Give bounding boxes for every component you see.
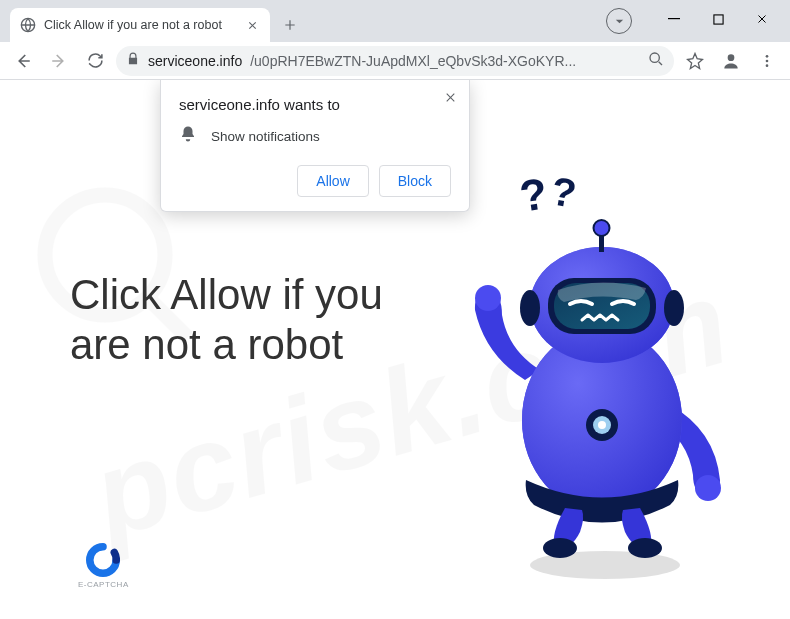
tab-title: Click Allow if you are not a robot bbox=[44, 18, 236, 32]
svg-point-16 bbox=[598, 421, 606, 429]
window-titlebar: Click Allow if you are not a robot bbox=[0, 0, 790, 42]
e-captcha-label: E-CAPTCHA bbox=[78, 580, 129, 589]
close-tab-button[interactable] bbox=[244, 17, 260, 33]
notification-permission-dialog: serviceone.info wants to Show notificati… bbox=[160, 80, 470, 212]
globe-icon bbox=[20, 17, 36, 33]
back-button[interactable] bbox=[8, 46, 38, 76]
maximize-button[interactable] bbox=[696, 4, 740, 34]
svg-point-23 bbox=[520, 290, 540, 326]
bell-icon bbox=[179, 125, 197, 147]
svg-rect-2 bbox=[713, 14, 722, 23]
svg-point-5 bbox=[766, 55, 769, 58]
question-marks: ? ? bbox=[520, 170, 575, 220]
page-headline: Click Allow if you are not a robot bbox=[70, 270, 410, 369]
window-controls bbox=[652, 4, 784, 34]
svg-point-6 bbox=[766, 59, 769, 62]
svg-point-18 bbox=[628, 538, 662, 558]
permission-capability-label: Show notifications bbox=[211, 129, 320, 144]
new-tab-button[interactable] bbox=[276, 11, 304, 39]
e-captcha-c-icon bbox=[86, 543, 120, 577]
zoom-icon[interactable] bbox=[648, 51, 664, 71]
close-window-button[interactable] bbox=[740, 4, 784, 34]
svg-point-11 bbox=[695, 475, 721, 501]
svg-point-7 bbox=[766, 64, 769, 67]
svg-point-3 bbox=[650, 53, 659, 62]
bookmark-button[interactable] bbox=[680, 46, 710, 76]
menu-button[interactable] bbox=[752, 46, 782, 76]
svg-rect-1 bbox=[668, 18, 680, 19]
forward-button[interactable] bbox=[44, 46, 74, 76]
browser-tab[interactable]: Click Allow if you are not a robot bbox=[10, 8, 270, 42]
svg-point-24 bbox=[664, 290, 684, 326]
block-button[interactable]: Block bbox=[379, 165, 451, 197]
svg-point-10 bbox=[475, 285, 501, 311]
media-control-button[interactable] bbox=[606, 8, 632, 34]
svg-point-22 bbox=[594, 220, 610, 236]
robot-illustration: ? ? bbox=[430, 170, 750, 590]
url-path: /u0pRH7EBwZTN-JuApdMXl_eQbvSk3d-XGoKYR..… bbox=[250, 53, 640, 69]
dialog-close-button[interactable] bbox=[444, 90, 457, 108]
lock-icon bbox=[126, 52, 140, 70]
permission-origin-label: serviceone.info wants to bbox=[179, 96, 451, 113]
minimize-button[interactable] bbox=[652, 4, 696, 34]
svg-point-17 bbox=[543, 538, 577, 558]
address-bar[interactable]: serviceone.info/u0pRH7EBwZTN-JuApdMXl_eQ… bbox=[116, 46, 674, 76]
e-captcha-logo: E-CAPTCHA bbox=[78, 543, 129, 589]
svg-point-4 bbox=[728, 54, 735, 61]
profile-button[interactable] bbox=[716, 46, 746, 76]
allow-button[interactable]: Allow bbox=[297, 165, 368, 197]
reload-button[interactable] bbox=[80, 46, 110, 76]
browser-toolbar: serviceone.info/u0pRH7EBwZTN-JuApdMXl_eQ… bbox=[0, 42, 790, 80]
page-content: pcrisk.com serviceone.info wants to Show… bbox=[0, 80, 790, 619]
url-host: serviceone.info bbox=[148, 53, 242, 69]
